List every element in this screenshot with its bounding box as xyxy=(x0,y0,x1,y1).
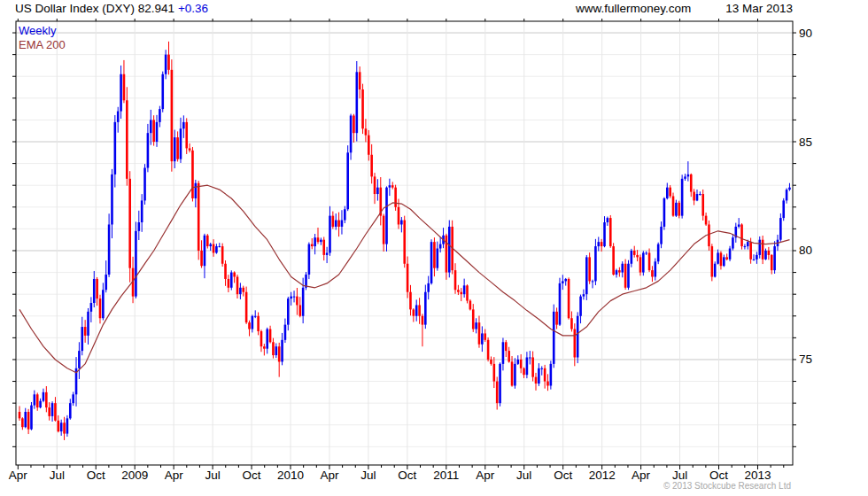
candle-body xyxy=(747,242,749,246)
candle-body xyxy=(228,279,230,288)
candle-body xyxy=(281,340,283,362)
candle-body xyxy=(535,377,538,384)
candle-body xyxy=(66,418,69,433)
candle-body xyxy=(597,242,600,246)
candle-body xyxy=(383,216,385,244)
candle-body xyxy=(481,333,484,344)
candle-body xyxy=(284,325,287,340)
candle-body xyxy=(337,221,340,227)
candle-body xyxy=(523,368,525,375)
candlesticks xyxy=(19,42,791,440)
candle-body xyxy=(245,292,248,322)
candle-body xyxy=(753,260,756,260)
candle-body xyxy=(631,251,633,264)
x-axis-label: Oct xyxy=(709,469,728,482)
candle-body xyxy=(293,297,296,298)
candle-body xyxy=(329,216,331,253)
candle-body xyxy=(391,185,394,187)
candle-body xyxy=(705,216,708,225)
candle-body xyxy=(612,246,615,275)
candle-body xyxy=(585,257,588,294)
candle-body xyxy=(448,227,451,273)
candle-body xyxy=(678,203,680,216)
candle-body xyxy=(353,115,355,133)
candle-body xyxy=(725,257,728,259)
candle-body xyxy=(224,264,227,279)
x-axis-label: Apr xyxy=(165,469,184,482)
candle-body xyxy=(553,312,555,364)
candle-body xyxy=(475,322,477,329)
candle-body xyxy=(574,329,577,358)
candle-body xyxy=(221,246,224,264)
candle-body xyxy=(135,231,137,297)
candle-body xyxy=(385,188,388,244)
candle-body xyxy=(314,237,316,246)
candle-body xyxy=(278,346,281,361)
candle-body xyxy=(159,109,161,122)
candle-body xyxy=(78,351,81,368)
candle-body xyxy=(409,292,412,310)
candle-body xyxy=(370,155,373,177)
candle-body xyxy=(439,244,442,249)
candle-body xyxy=(21,418,24,427)
y-axis-label: 75 xyxy=(799,353,812,366)
candle-body xyxy=(165,55,167,74)
candle-body xyxy=(526,358,529,376)
candle-body xyxy=(720,252,723,266)
candle-body xyxy=(269,329,272,343)
candle-body xyxy=(263,346,266,348)
candle-body xyxy=(457,290,460,291)
candle-body xyxy=(152,120,155,142)
candle-body xyxy=(63,422,66,433)
candle-body xyxy=(182,122,185,128)
candle-body xyxy=(469,301,472,310)
candle-body xyxy=(60,422,63,431)
x-axis-label: Oct xyxy=(243,469,261,482)
candle-body xyxy=(427,283,430,292)
candle-body xyxy=(544,368,546,382)
candle-body xyxy=(540,368,543,369)
candle-body xyxy=(616,270,618,275)
candle-body xyxy=(564,279,567,281)
legend-ema-200: EMA 200 xyxy=(19,39,66,50)
x-axis-label: 2009 xyxy=(121,469,148,482)
candle-body xyxy=(484,333,486,339)
candle-body xyxy=(180,128,182,159)
candle-body xyxy=(34,394,36,405)
candle-body xyxy=(36,394,39,407)
candle-body xyxy=(675,203,678,216)
candle-body xyxy=(472,309,475,329)
candle-body xyxy=(72,394,74,403)
candle-body xyxy=(143,168,146,201)
candle-body xyxy=(636,255,639,257)
candle-body xyxy=(302,288,305,316)
candle-body xyxy=(311,244,314,246)
legend-weekly: Weekly xyxy=(19,25,56,36)
candle-body xyxy=(762,240,764,260)
candle-body xyxy=(577,316,579,358)
candle-body xyxy=(555,312,558,325)
candle-body xyxy=(189,148,191,150)
candle-body xyxy=(266,329,268,349)
candle-body xyxy=(499,364,501,403)
candle-body xyxy=(350,115,353,152)
candle-body xyxy=(738,224,740,226)
candle-body xyxy=(546,382,549,386)
candle-body xyxy=(550,364,553,386)
candle-body xyxy=(114,122,117,174)
candle-body xyxy=(413,309,415,315)
candle-body xyxy=(335,221,337,227)
candle-body xyxy=(531,358,534,377)
candle-body xyxy=(744,246,747,247)
candle-body xyxy=(660,227,663,244)
candle-body xyxy=(607,218,609,222)
candle-body xyxy=(215,246,218,252)
candle-body xyxy=(58,421,60,431)
candle-body xyxy=(508,351,510,361)
candle-body xyxy=(732,237,734,248)
candle-body xyxy=(248,322,251,329)
candle-body xyxy=(54,403,57,421)
candle-body xyxy=(111,174,113,225)
candle-body xyxy=(779,218,782,240)
candle-body xyxy=(39,401,42,407)
